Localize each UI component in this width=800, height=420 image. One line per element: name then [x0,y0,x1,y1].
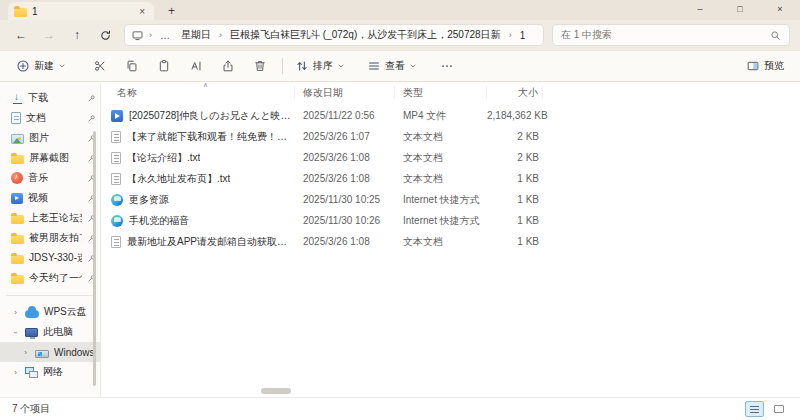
file-size: 2 KB [487,131,543,142]
sidebar-item[interactable]: 文档 [0,108,100,128]
sidebar-tree-item[interactable]: ›此电脑 [0,322,100,342]
breadcrumb-item[interactable]: 星期日 [178,27,214,43]
edge-file-icon [111,215,123,227]
file-type: 文本文档 [395,151,487,165]
sidebar-item-label: 视频 [28,191,82,205]
sidebar-item[interactable]: 音乐 [0,168,100,188]
new-tab-button[interactable]: + [164,2,179,20]
column-header-date[interactable]: 修改日期 [295,86,395,99]
file-name: 更多资源 [129,193,169,207]
sidebar-item-label: Windows-SSD [54,347,96,358]
sidebar-item[interactable]: 被男朋友拍了 [0,228,100,248]
sidebar-item[interactable]: 上老王论坛当 [0,208,100,228]
textfile-file-icon [111,173,121,185]
sidebar-item-label: JDSY-330-迷 [29,251,82,265]
music-icon [11,172,23,184]
search-input[interactable]: 在 1 中搜索 [552,24,790,46]
horizontal-scrollbar[interactable] [261,388,291,394]
details-view-icon [750,406,759,413]
large-icons-view-icon [774,405,784,413]
close-button[interactable]: × [760,0,800,20]
breadcrumb-item[interactable]: 巨根操飞白袜巨乳斗 (_072q)，从沙发干到床上，250728日新 [227,27,504,43]
file-size: 2,184,362 KB [487,110,543,121]
maximize-button[interactable]: □ [720,0,760,20]
explorer-tab[interactable]: 1 × [8,2,154,20]
file-type: 文本文档 [395,172,487,186]
file-name-cell: [20250728]仲良しのお兄さんと映画デートし... [109,109,295,123]
column-header-name[interactable]: 名称 [109,86,295,99]
file-size: 1 KB [487,236,543,247]
file-row[interactable]: 更多资源2025/11/30 10:25Internet 快捷方式1 KB [101,189,800,210]
sidebar-item-label: 上老王论坛当 [29,211,82,225]
rename-button[interactable] [180,55,212,77]
file-row[interactable]: [20250728]仲良しのお兄さんと映画デートし...2025/11/22 0… [101,105,800,126]
more-options-button[interactable] [431,55,463,77]
clipboard-icon [157,59,171,73]
details-view-button[interactable] [745,401,764,417]
file-date: 2025/11/30 10:26 [295,215,395,226]
sidebar-item-label: 屏幕截图 [29,151,82,165]
file-date: 2025/3/26 1:08 [295,152,395,163]
view-button[interactable]: 查看 [361,55,423,77]
file-list-pane: ∧ 名称 修改日期 类型 大小 [20250728]仲良しのお兄さんと映画デート… [101,83,800,397]
breadcrumb[interactable]: › … 星期日 › 巨根操飞白袜巨乳斗 (_072q)，从沙发干到床上，2507… [124,24,544,46]
refresh-icon [99,29,112,42]
network-icon [25,367,38,378]
file-row[interactable]: 手机党的福音2025/11/30 10:26Internet 快捷方式1 KB [101,210,800,231]
sidebar-item[interactable]: 今天约了一个 [0,268,100,288]
up-button[interactable]: ↑ [68,26,86,44]
expander-chevron-icon[interactable]: › [21,348,30,357]
large-icons-view-button[interactable] [769,401,788,417]
preview-button[interactable]: 预览 [740,55,790,77]
sidebar-tree-item[interactable]: ›WPS云盘 [0,302,100,322]
forward-button[interactable]: → [40,26,58,44]
device-monitor-icon [131,29,144,42]
file-date: 2025/3/26 1:07 [295,131,395,142]
file-row[interactable]: 【来了就能下载和观看！纯免费！】.txt2025/3/26 1:07文本文档2 … [101,126,800,147]
file-name: 最新地址及APP请发邮箱自动获取！！！.txt [127,235,295,249]
breadcrumb-item-current[interactable]: 1 [517,29,529,42]
file-explorer-window: 1 × + – □ × ← → ↑ › [0,0,800,420]
share-button[interactable] [212,55,244,77]
refresh-button[interactable] [96,26,114,44]
delete-button[interactable] [244,55,276,77]
back-button[interactable]: ← [12,26,30,44]
column-header-size[interactable]: 大小 [487,86,543,99]
file-row[interactable]: 【永久地址发布页】.txt2025/3/26 1:08文本文档1 KB [101,168,800,189]
sidebar-item[interactable]: 下载 [0,88,100,108]
file-name: [20250728]仲良しのお兄さんと映画デートし... [129,109,295,123]
paste-button[interactable] [148,55,180,77]
file-row[interactable]: 【论坛介绍】.txt2025/3/26 1:08文本文档2 KB [101,147,800,168]
column-header-type[interactable]: 类型 [395,86,487,99]
chevron-down-icon [58,62,66,70]
docs-icon [11,112,21,124]
sort-button[interactable]: 排序 [289,55,351,77]
file-type: 文本文档 [395,235,487,249]
minimize-button[interactable]: – [680,0,720,20]
copy-button[interactable] [116,55,148,77]
pc-icon [25,328,38,337]
view-button-label: 查看 [385,59,405,73]
sidebar-scrollbar[interactable] [93,131,96,386]
file-row[interactable]: 最新地址及APP请发邮箱自动获取！！！.txt2025/3/26 1:08文本文… [101,231,800,252]
chevron-down-icon [337,62,345,70]
copy-icon [125,59,139,73]
expander-chevron-icon[interactable]: › [11,308,20,317]
sidebar-item[interactable]: 屏幕截图 [0,148,100,168]
cut-button[interactable] [84,55,116,77]
sidebar-tree-item[interactable]: ›网络 [0,362,100,382]
sidebar-item[interactable]: 视频 [0,188,100,208]
sidebar-item-label: 此电脑 [43,325,96,339]
new-button[interactable]: 新建 [10,55,72,77]
expander-chevron-icon[interactable]: › [11,328,20,337]
sidebar-item[interactable]: 图片 [0,128,100,148]
file-date: 2025/11/30 10:25 [295,194,395,205]
drive-icon [35,350,49,358]
sidebar-item[interactable]: JDSY-330-迷 [0,248,100,268]
sidebar-tree-item[interactable]: ›Windows-SSD [0,342,100,362]
breadcrumb-overflow[interactable]: … [157,29,174,42]
file-name: 【论坛介绍】.txt [127,151,200,165]
file-name-cell: 【论坛介绍】.txt [109,151,295,165]
expander-chevron-icon[interactable]: › [11,368,20,377]
tab-close-icon[interactable]: × [136,6,148,17]
